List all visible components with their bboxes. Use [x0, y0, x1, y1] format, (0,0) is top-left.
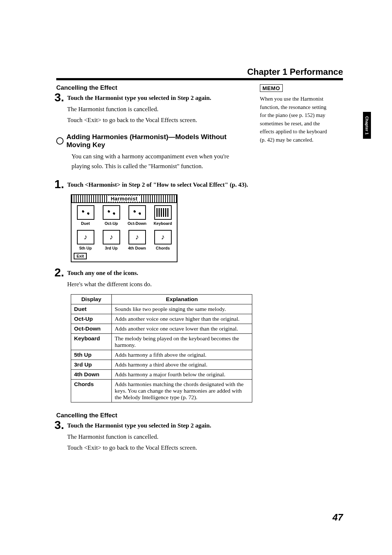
cell-display: 5th Up: [71, 350, 112, 360]
table-row: KeyboardThe melody being played on the k…: [71, 334, 252, 350]
lcd-button-duet[interactable]: Duet: [74, 205, 97, 226]
lcd-label: 5th Up: [79, 246, 91, 250]
cell-explanation: Adds another voice one octave lower than…: [112, 324, 252, 334]
table-body: DuetSounds like two people singing the s…: [71, 304, 252, 402]
cell-display: Oct-Up: [71, 314, 112, 324]
lcd-button-oct-down[interactable]: Oct-Down: [125, 205, 149, 226]
bullet-icon: [56, 137, 64, 145]
cell-explanation: Sounds like two people singing the same …: [112, 304, 252, 314]
step-body: Here's what the different icons do.: [67, 280, 249, 289]
section-title: Adding Harmonies (Harmonist)—Models With…: [66, 133, 249, 149]
table-row: 4th DownAdds harmony a major fourth belo…: [71, 370, 252, 380]
table-row: ChordsAdds harmonies matching the chords…: [71, 380, 252, 402]
third-up-icon: [103, 230, 120, 244]
lcd-label: 4th Down: [128, 246, 146, 250]
step-instruction: Touch any one of the icons.: [67, 269, 249, 278]
step-line: The Harmonist function is cancelled.: [67, 432, 249, 442]
cell-explanation: Adds harmony a fifth above the original.: [112, 350, 252, 360]
lcd-label: 3rd Up: [105, 246, 118, 250]
keyboard-icon: [154, 205, 172, 220]
step-line: Touch <Exit> to go back to the Vocal Eff…: [67, 443, 249, 453]
cell-display: 3rd Up: [71, 360, 112, 370]
cell-explanation: Adds harmony a major fourth below the or…: [112, 370, 252, 380]
lcd-button-exit[interactable]: Exit: [74, 253, 87, 259]
step-number: 3.: [54, 91, 67, 104]
col-explanation: Explanation: [112, 295, 252, 304]
step-body: The Harmonist function is cancelled. Tou…: [67, 105, 249, 125]
harmonist-icons-table: Display Explanation DuetSounds like two …: [71, 294, 252, 402]
table-row: Oct-DownAdds another voice one octave lo…: [71, 324, 252, 334]
cell-display: Duet: [71, 304, 112, 314]
main-column: Cancelling the Effect 3. Touch the Harmo…: [56, 81, 249, 458]
step-2: 2. Touch any one of the icons. Here's wh…: [67, 269, 249, 289]
step-instruction: Touch the Harmonist type you selected in…: [67, 94, 249, 102]
harmonist-lcd: Harmonist Duet Oct-Up Oct-Down Keyboard …: [71, 194, 177, 262]
step-3a: 3. Touch the Harmonist type you selected…: [67, 94, 249, 125]
fourth-down-icon: [128, 230, 146, 244]
cell-display: 4th Down: [71, 370, 112, 380]
cell-explanation: Adds another voice one octave higher tha…: [112, 314, 252, 324]
memo-label: MEMO: [260, 84, 283, 92]
lcd-label: Duet: [81, 221, 90, 226]
cell-display: Keyboard: [71, 334, 112, 350]
lcd-button-keyboard[interactable]: Keyboard: [151, 205, 175, 226]
manual-page: Chapter 1 Performance Chapter 1 MEMO Whe…: [0, 0, 392, 555]
table-row: 3rd UpAdds harmony a third above the ori…: [71, 360, 252, 370]
side-tab: Chapter 1: [363, 112, 371, 139]
cell-explanation: The melody being played on the keyboard …: [112, 334, 252, 350]
memo-text: When you use the Harmonist function, the…: [260, 95, 332, 144]
step-1: 1. Touch <Harmonist> in Step 2 of "How t…: [67, 181, 249, 189]
lcd-row-2: 5th Up 3rd Up 4th Down Chords: [72, 228, 177, 252]
cell-display: Chords: [71, 380, 112, 402]
step-3b: 3. Touch the Harmonist type you selected…: [67, 421, 249, 453]
table-row: Oct-UpAdds another voice one octave high…: [71, 314, 252, 324]
oct-up-icon: [103, 205, 120, 220]
cell-explanation: Adds harmony a third above the original.: [112, 360, 252, 370]
lcd-button-4th-down[interactable]: 4th Down: [125, 230, 149, 250]
lcd-row-1: Duet Oct-Up Oct-Down Keyboard: [72, 203, 177, 228]
step-line: The Harmonist function is cancelled.: [67, 105, 249, 114]
chords-icon: [154, 230, 172, 244]
chapter-title: Chapter 1 Performance: [247, 67, 343, 77]
lcd-label: Chords: [156, 246, 170, 250]
col-display: Display: [71, 295, 112, 304]
table-row: 5th UpAdds harmony a fifth above the ori…: [71, 350, 252, 360]
step-number: 1.: [54, 178, 67, 191]
lcd-button-oct-up[interactable]: Oct-Up: [99, 205, 123, 226]
section-intro: You can sing with a harmony accompanimen…: [72, 152, 249, 171]
cell-explanation: Adds harmonies matching the chords desig…: [112, 380, 252, 402]
lcd-title-text: Harmonist: [108, 196, 140, 202]
cancel-heading-1: Cancelling the Effect: [56, 84, 249, 92]
lcd-title-bar: Harmonist: [72, 195, 177, 203]
page-number: 47: [332, 512, 343, 523]
step-number: 2.: [54, 266, 67, 279]
fifth-up-icon: [77, 230, 94, 244]
oct-down-icon: [128, 205, 146, 220]
table-header-row: Display Explanation: [71, 295, 252, 304]
memo-sidebar: MEMO When you use the Harmonist function…: [260, 84, 332, 144]
cell-display: Oct-Down: [71, 324, 112, 334]
cancel-heading-2: Cancelling the Effect: [56, 412, 249, 419]
lcd-button-5th-up[interactable]: 5th Up: [74, 230, 97, 250]
step-instruction: Touch <Harmonist> in Step 2 of "How to s…: [67, 181, 249, 189]
lcd-button-chords[interactable]: Chords: [151, 230, 175, 250]
lcd-label: Oct-Up: [105, 221, 118, 226]
duet-icon: [77, 205, 94, 220]
step-line: Touch <Exit> to go back to the Vocal Eff…: [67, 116, 249, 125]
header-rule: [56, 78, 343, 80]
step-body: The Harmonist function is cancelled. Tou…: [67, 432, 249, 453]
lcd-label: Oct-Down: [128, 221, 147, 226]
lcd-label: Keyboard: [154, 221, 172, 226]
section-heading-harmonist: Adding Harmonies (Harmonist)—Models With…: [56, 133, 249, 149]
table-row: DuetSounds like two people singing the s…: [71, 304, 252, 314]
step-instruction: Touch the Harmonist type you selected in…: [67, 421, 249, 430]
lcd-button-3rd-up[interactable]: 3rd Up: [99, 230, 123, 250]
step-number: 3.: [54, 418, 67, 432]
